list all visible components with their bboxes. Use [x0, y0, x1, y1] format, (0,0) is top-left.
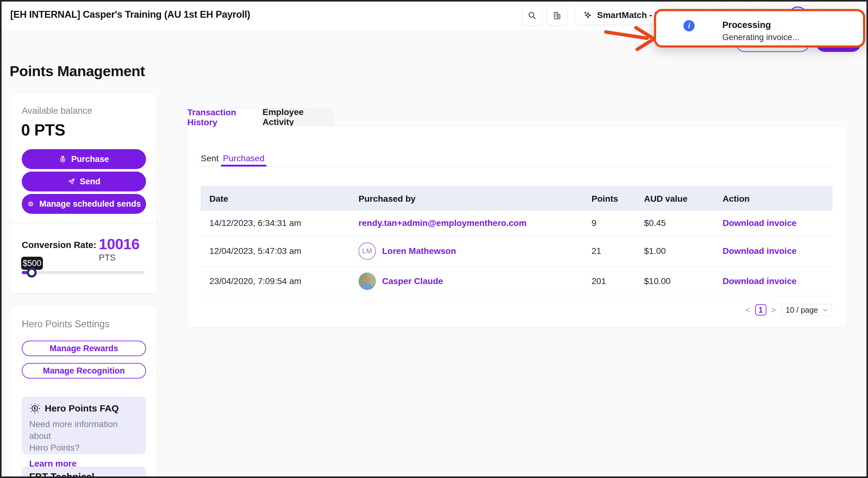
col-purchased-by: Purchased by: [359, 194, 416, 204]
avatar-photo: [359, 273, 376, 290]
tab-employee-activity-label: Employee Activity: [262, 107, 333, 127]
faq-card: Hero Points FAQ Need more information ab…: [22, 396, 146, 454]
conversion-slider-handle[interactable]: [27, 268, 37, 277]
coin-sun-icon: [29, 403, 40, 414]
cell-date: 23/04/2020, 7:09:54 am: [209, 267, 301, 296]
search-icon: [528, 11, 537, 20]
gear-icon: [27, 200, 35, 208]
manage-scheduled-sends-label: Manage scheduled sends: [39, 199, 141, 209]
transaction-history-panel: Sent Purchased Date Purchased by Points …: [187, 126, 846, 328]
pagination: < 1 > 10 / page: [745, 304, 832, 316]
cell-points: 21: [591, 236, 601, 266]
chevron-down-icon: [823, 309, 827, 311]
search-button[interactable]: [522, 6, 542, 26]
purchase-button[interactable]: Purchase: [22, 149, 146, 169]
cell-date: 12/04/2023, 5:47:03 am: [209, 236, 301, 266]
table-row: 12/04/2023, 5:47:03 am LM Loren Mathewso…: [201, 236, 833, 267]
balance-label: Available balance: [22, 106, 92, 116]
subtab-sent[interactable]: Sent: [201, 152, 218, 165]
subtab-strip-line: [194, 166, 833, 167]
toast-message: Generating invoice...: [722, 33, 799, 42]
pagination-next-icon[interactable]: >: [771, 305, 776, 315]
tab-employee-activity[interactable]: Employee Activity: [262, 108, 333, 126]
table-header-row: Date Purchased by Points AUD value Actio…: [201, 186, 833, 211]
settings-title: Hero Points Settings: [22, 319, 110, 330]
manage-recognition-label: Manage Recognition: [43, 366, 125, 376]
hero-points-settings-card: Hero Points Settings Manage Rewards Mana…: [10, 306, 157, 478]
col-aud-value: AUD value: [644, 194, 687, 204]
fbt-card: FBT Technical Summary: [22, 467, 146, 478]
cell-aud-value: $1.00: [644, 236, 666, 266]
download-invoice-link[interactable]: Download invoice: [723, 211, 797, 236]
manage-rewards-button[interactable]: Manage Rewards: [22, 340, 146, 356]
manage-rewards-label: Manage Rewards: [50, 344, 118, 353]
screen: [EH INTERNAL] Casper's Training (AU 1st …: [0, 0, 868, 478]
conversion-rate-value: 10016: [99, 236, 140, 252]
pagination-page-1[interactable]: 1: [755, 304, 767, 316]
annotation-arrow: [601, 23, 659, 54]
tab-transaction-history-label: Transaction History: [187, 108, 261, 127]
send-button[interactable]: Send: [22, 172, 146, 191]
balance-value: 0 PTS: [21, 121, 65, 139]
faq-body-line2: Hero Points?: [29, 442, 138, 454]
download-invoice-link[interactable]: Download invoice: [723, 267, 797, 296]
download-invoice-link[interactable]: Download invoice: [723, 236, 797, 266]
faq-title: Hero Points FAQ: [45, 403, 119, 414]
info-icon: i: [683, 20, 695, 31]
purchase-label: Purchase: [71, 154, 109, 164]
subtab-purchased-label: Purchased: [223, 153, 265, 163]
sparkle-icon: [583, 10, 593, 20]
organisation-button[interactable]: [547, 6, 567, 26]
conversion-rate-unit: PTS: [99, 253, 116, 262]
cell-points: 201: [591, 267, 606, 296]
manage-scheduled-sends-button[interactable]: Manage scheduled sends: [22, 194, 146, 214]
page-size-value: 10 / page: [786, 305, 818, 315]
pagination-prev-icon[interactable]: <: [745, 305, 750, 315]
col-date: Date: [209, 194, 228, 204]
processing-toast: i Processing Generating invoice...: [654, 9, 865, 48]
toast-title: Processing: [722, 20, 771, 30]
cell-aud-value: $10.00: [644, 267, 671, 296]
paper-plane-icon: [67, 177, 75, 185]
send-label: Send: [80, 177, 100, 186]
table-row: 14/12/2023, 6:34:31 am rendy.tan+admin@e…: [201, 211, 833, 236]
subtab-purchased[interactable]: Purchased: [221, 152, 267, 165]
page-title: Points Management: [10, 62, 145, 80]
subtab-sent-label: Sent: [201, 153, 219, 163]
faq-body-line1: Need more information about: [29, 418, 138, 442]
purchaser-name-link[interactable]: Loren Mathewson: [382, 246, 456, 256]
money-bag-icon: [59, 155, 67, 163]
purchaser-email-link[interactable]: rendy.tan+admin@employmenthero.com: [359, 211, 527, 236]
table-row: 23/04/2020, 7:09:54 am Casper Claude 201…: [201, 267, 833, 296]
conversion-rate-label: Conversion Rate:: [22, 240, 96, 250]
purchaser-name-link[interactable]: Casper Claude: [382, 276, 443, 286]
conversion-slider-track[interactable]: [22, 271, 145, 274]
balance-card: Available balance 0 PTS Purchase Send: [10, 93, 157, 294]
tab-transaction-history[interactable]: Transaction History: [187, 108, 261, 126]
col-points: Points: [591, 194, 618, 204]
subtab-ink-bar: [221, 165, 267, 167]
building-icon: [552, 11, 562, 20]
cell-points: 9: [591, 211, 596, 236]
manage-recognition-button[interactable]: Manage Recognition: [22, 363, 146, 379]
page-size-select[interactable]: 10 / page: [781, 304, 832, 316]
card-divider: [10, 223, 157, 223]
fbt-title: FBT Technical Summary: [29, 472, 138, 478]
cell-date: 14/12/2023, 6:34:31 am: [209, 211, 301, 236]
workspace-title: [EH INTERNAL] Casper's Training (AU 1st …: [10, 9, 250, 20]
col-action: Action: [723, 194, 750, 204]
avatar-initials: LM: [359, 242, 376, 260]
cell-aud-value: $0.45: [644, 211, 666, 236]
